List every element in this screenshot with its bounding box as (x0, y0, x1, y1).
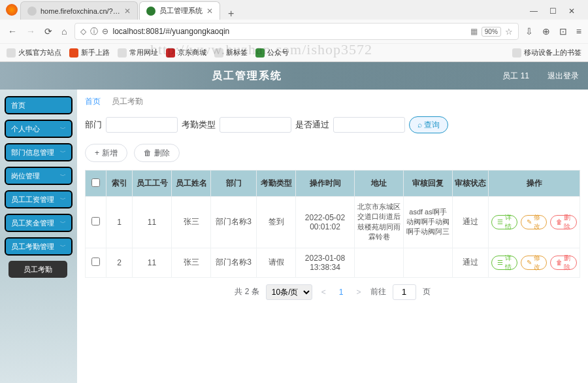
search-icon: ⌕ (417, 120, 422, 129)
download-icon[interactable]: ⇩ (525, 26, 533, 37)
browser-chrome: home.firefoxchina.cn/?from=ext ✕ 员工管理系统 … (0, 0, 588, 62)
filter-dept-input[interactable] (106, 117, 178, 133)
sidebar-item-profile[interactable]: 个人中心﹀ (5, 120, 73, 138)
folder-icon (7, 48, 16, 58)
favicon-icon (146, 7, 155, 16)
close-icon[interactable]: ✕ (124, 7, 131, 16)
data-table: 索引 员工工号 员工姓名 部门 考勤类型 操作时间 地址 审核回复 审核状态 操… (85, 170, 580, 278)
home-icon[interactable]: ⌂ (60, 26, 68, 37)
next-page-icon[interactable]: > (354, 288, 364, 297)
page-icon (255, 48, 265, 58)
cell-addr (355, 248, 404, 277)
goto-label: 前往 (370, 286, 386, 297)
bookmark-item[interactable]: 新标签 (214, 48, 248, 58)
sidebar-item-home[interactable]: 首页 (5, 96, 73, 114)
cell-dept: 部门名称3 (211, 197, 257, 248)
reload-icon[interactable]: ⟳ (43, 26, 54, 37)
edit-icon: ✎ (527, 259, 532, 266)
row-checkbox[interactable] (91, 258, 100, 266)
filter-type-label: 考勤类型 (182, 119, 216, 131)
page-size-select[interactable]: 10条/页 (266, 284, 312, 300)
logout-link[interactable]: 退出登录 (538, 71, 588, 82)
forward-icon[interactable]: → (25, 26, 37, 37)
main-content: 首页 员工考勤 部门 考勤类型 是否通过 ⌕查询 +新增 🗑删除 索引 员工工号… (77, 90, 588, 383)
cell-reply: asdf as啊手动阀啊手动阀啊手动阀阿三 (404, 197, 453, 248)
col-addr: 地址 (355, 171, 404, 197)
row-checkbox[interactable] (91, 217, 100, 225)
bookmark-star-icon[interactable]: ☆ (505, 27, 513, 37)
trash-icon: 🗑 (556, 259, 563, 266)
row-detail-button[interactable]: ☰ 详情 (491, 215, 517, 229)
back-icon[interactable]: ← (7, 26, 18, 37)
row-detail-button[interactable]: ☰ 详情 (491, 256, 517, 270)
breadcrumb-home[interactable]: 首页 (85, 97, 101, 106)
account-icon[interactable]: ⊕ (542, 26, 550, 37)
sidebar-item-position[interactable]: 岗位管理﹀ (5, 167, 73, 185)
row-delete-button[interactable]: 🗑 删除 (550, 256, 577, 270)
bookmark-item[interactable]: 新手上路 (69, 48, 110, 58)
col-actions: 操作 (489, 171, 580, 197)
sidebar-sub-attendance[interactable]: 员工考勤 (8, 261, 67, 278)
reader-icon[interactable]: ▦ (470, 27, 478, 36)
col-status: 审核状态 (453, 171, 489, 197)
close-window-icon[interactable]: ✕ (568, 7, 575, 16)
bookmarks-bar: 火狐官方站点 新手上路 常用网址 京东商城 新标签 公众号 移动设备上的书签 h… (0, 43, 588, 61)
menu-icon[interactable]: ≡ (576, 26, 581, 37)
cell-time: 2023-01-08 13:38:34 (296, 248, 355, 277)
cell-time: 2022-05-02 00:01:02 (296, 197, 355, 248)
query-button[interactable]: ⌕查询 (409, 116, 448, 133)
extension-icon[interactable]: ⊡ (559, 26, 567, 37)
row-edit-button[interactable]: ✎ 修改 (521, 256, 547, 270)
breadcrumb-current: 员工考勤 (112, 97, 143, 106)
sidebar-item-salary[interactable]: 员工工资管理﹀ (5, 190, 73, 208)
filter-type-input[interactable] (220, 117, 291, 133)
minimize-icon[interactable]: — (530, 7, 538, 16)
browser-tab-active[interactable]: 员工管理系统 ✕ (139, 1, 220, 20)
url-input[interactable]: ◇ ⓘ ⊖ localhost:8081/#/yuangongkaoqin ▦ … (74, 23, 518, 40)
firefox-logo-icon (6, 4, 18, 16)
pagination: 共 2 条 10条/页 < 1 > 前往 页 (85, 284, 580, 300)
sidebar-item-dept[interactable]: 部门信息管理﹀ (5, 143, 73, 161)
col-index: 索引 (106, 171, 133, 197)
add-button[interactable]: +新增 (85, 144, 127, 162)
row-delete-button[interactable]: 🗑 删除 (550, 215, 577, 229)
chevron-down-icon: ﹀ (60, 148, 66, 157)
close-icon[interactable]: ✕ (206, 7, 213, 16)
cell-type: 请假 (257, 248, 296, 277)
cell-type: 签到 (257, 197, 296, 248)
sidebar: 首页 个人中心﹀ 部门信息管理﹀ 岗位管理﹀ 员工工资管理﹀ 员工奖金管理﹀ 员… (0, 90, 77, 383)
bookmark-item[interactable]: 公众号 (255, 48, 289, 58)
page-icon (166, 48, 175, 58)
shield-icon: ◇ (80, 27, 86, 36)
browser-tab[interactable]: home.firefoxchina.cn/?from=ext ✕ (20, 1, 138, 20)
pager-total: 共 2 条 (235, 286, 259, 297)
current-user[interactable]: 员工 11 (493, 71, 538, 82)
row-edit-button[interactable]: ✎ 修改 (521, 215, 547, 229)
sidebar-item-attendance[interactable]: 员工考勤管理﹀ (5, 237, 73, 256)
chevron-down-icon: ﹀ (60, 195, 66, 204)
bookmark-item[interactable]: 火狐官方站点 (7, 48, 61, 58)
new-tab-button[interactable]: + (221, 8, 240, 20)
goto-page-input[interactable] (393, 284, 416, 300)
cell-name: 张三 (172, 248, 211, 277)
prev-page-icon[interactable]: < (319, 288, 329, 297)
app-header: 员工管理系统 员工 11 退出登录 (0, 62, 588, 90)
favicon-icon (27, 7, 37, 16)
chevron-down-icon: ﹀ (60, 219, 66, 227)
eye-icon: ☰ (497, 218, 503, 225)
bookmark-item[interactable]: 常用网址 (118, 48, 158, 58)
cell-empno: 11 (133, 248, 172, 277)
select-all-checkbox[interactable] (91, 178, 100, 187)
zoom-level[interactable]: 90% (482, 27, 501, 37)
maximize-icon[interactable]: ☐ (549, 7, 557, 16)
trash-icon: 🗑 (556, 218, 563, 225)
url-text: localhost:8081/#/yuangongkaoqin (112, 27, 466, 36)
filter-pass-input[interactable] (333, 117, 405, 133)
cell-index: 2 (106, 248, 133, 277)
sidebar-item-bonus[interactable]: 员工奖金管理﹀ (5, 214, 73, 232)
breadcrumb: 首页 员工考勤 (85, 96, 580, 107)
bookmark-item[interactable]: 京东商城 (166, 48, 206, 58)
delete-button[interactable]: 🗑删除 (134, 144, 180, 162)
mobile-bookmarks[interactable]: 移动设备上的书签 (512, 48, 581, 58)
current-page[interactable]: 1 (335, 288, 348, 297)
